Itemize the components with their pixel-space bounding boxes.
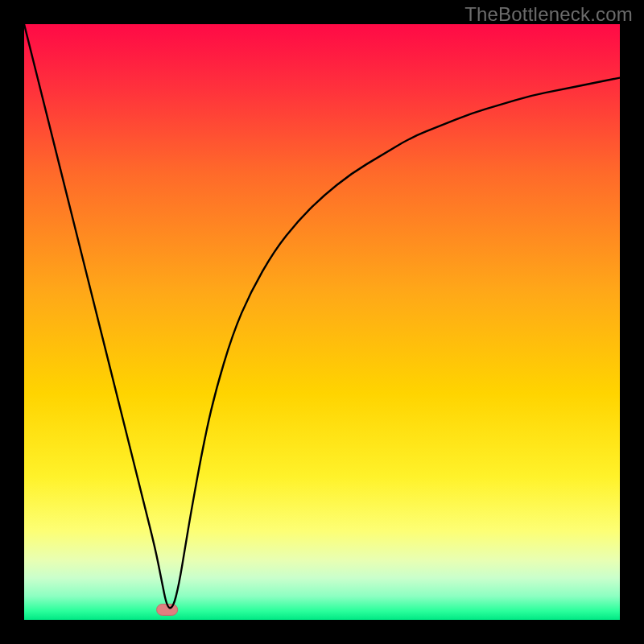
watermark-label: TheBottleneck.com — [464, 3, 633, 26]
chart-container: TheBottleneck.com — [0, 0, 644, 644]
plot-area — [24, 24, 620, 620]
bottleneck-curve — [24, 24, 620, 608]
curve-layer — [24, 24, 620, 620]
